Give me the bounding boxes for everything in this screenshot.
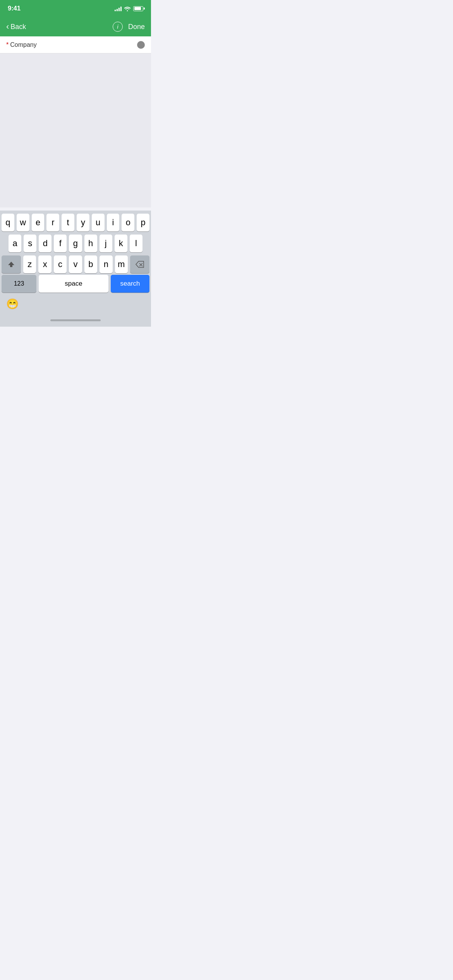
nav-bar: ‹ Back i Done <box>0 17 151 36</box>
key-x[interactable]: x <box>38 255 51 273</box>
required-indicator: * <box>6 41 9 48</box>
company-input-area[interactable] <box>49 41 145 49</box>
info-button[interactable]: i <box>113 22 123 32</box>
key-n[interactable]: n <box>100 255 112 273</box>
delete-key[interactable] <box>130 255 149 273</box>
key-z[interactable]: z <box>23 255 36 273</box>
key-c[interactable]: c <box>54 255 67 273</box>
key-row-3: z x c v b n m <box>2 255 149 273</box>
company-label: *Company <box>6 41 49 48</box>
status-time: 9:41 <box>8 5 21 12</box>
keyboard-rows: q w e r t y u i o p a s d f g h j k l <box>0 211 151 275</box>
emoji-button[interactable]: 😁 <box>6 298 19 310</box>
keyboard-accessories: 😁 <box>0 294 151 314</box>
keyboard-bottom-row: 123 space search <box>0 275 151 294</box>
shift-key[interactable] <box>2 255 21 273</box>
text-cursor <box>137 41 145 49</box>
back-button[interactable]: ‹ Back <box>6 22 26 32</box>
search-key[interactable]: search <box>111 275 149 293</box>
nav-right-actions: i Done <box>113 22 145 32</box>
status-bar: 9:41 <box>0 0 151 17</box>
key-v[interactable]: v <box>69 255 82 273</box>
key-row-1: q w e r t y u i o p <box>2 214 149 231</box>
key-y[interactable]: y <box>77 214 89 231</box>
back-label: Back <box>10 23 26 31</box>
key-l[interactable]: l <box>130 235 142 252</box>
key-m[interactable]: m <box>115 255 128 273</box>
key-i[interactable]: i <box>107 214 120 231</box>
back-chevron-icon: ‹ <box>6 22 9 32</box>
key-r[interactable]: r <box>46 214 59 231</box>
key-s[interactable]: s <box>24 235 36 252</box>
signal-icon <box>115 6 122 11</box>
home-indicator <box>0 314 151 327</box>
key-row-2: a s d f g h j k l <box>2 235 149 252</box>
space-key[interactable]: space <box>39 275 108 293</box>
content-area <box>0 53 151 207</box>
key-a[interactable]: a <box>9 235 21 252</box>
home-bar <box>50 319 101 321</box>
company-form-row: *Company <box>0 36 151 53</box>
key-t[interactable]: t <box>62 214 74 231</box>
key-u[interactable]: u <box>92 214 105 231</box>
key-d[interactable]: d <box>39 235 51 252</box>
key-g[interactable]: g <box>69 235 82 252</box>
status-icons <box>115 6 143 11</box>
battery-icon <box>133 6 143 11</box>
keyboard: q w e r t y u i o p a s d f g h j k l <box>0 211 151 327</box>
key-e[interactable]: e <box>32 214 45 231</box>
key-o[interactable]: o <box>122 214 134 231</box>
numeric-key[interactable]: 123 <box>2 275 36 293</box>
key-w[interactable]: w <box>17 214 29 231</box>
done-button[interactable]: Done <box>128 23 145 31</box>
key-b[interactable]: b <box>84 255 97 273</box>
key-p[interactable]: p <box>137 214 149 231</box>
wifi-icon <box>124 6 131 11</box>
key-k[interactable]: k <box>115 235 127 252</box>
key-h[interactable]: h <box>84 235 97 252</box>
key-f[interactable]: f <box>54 235 67 252</box>
key-j[interactable]: j <box>100 235 112 252</box>
key-q[interactable]: q <box>2 214 14 231</box>
